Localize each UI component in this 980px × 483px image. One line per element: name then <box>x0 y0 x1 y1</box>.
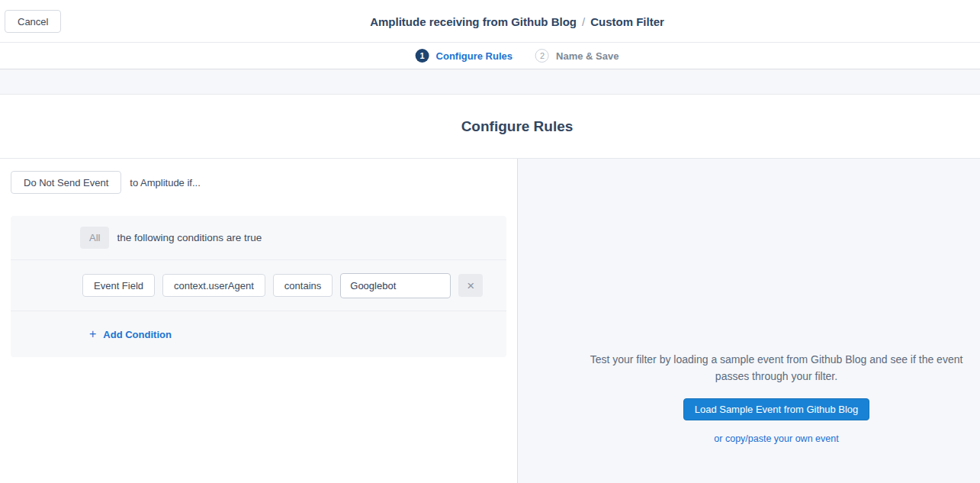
paste-own-event-link[interactable]: or copy/paste your own event <box>574 433 978 444</box>
add-condition-button[interactable]: + Add Condition <box>89 328 172 340</box>
condition-field-dropdown[interactable]: context.userAgent <box>162 274 265 297</box>
page-title: Configure Rules <box>461 118 574 135</box>
rule-builder-panel: Do Not Send Event to Amplitude if... All… <box>0 159 518 483</box>
step-2-number-badge: 2 <box>535 49 549 63</box>
step-indicator: 1 Configure Rules 2 Name & Save <box>0 43 980 69</box>
condition-group: All the following conditions are true Ev… <box>11 216 506 357</box>
step-1-label: Configure Rules <box>436 50 512 62</box>
condition-type-dropdown[interactable]: Event Field <box>82 274 155 297</box>
breadcrumb-separator: / <box>577 14 590 27</box>
remove-condition-button[interactable]: × <box>458 274 483 297</box>
filter-action-dropdown[interactable]: Do Not Send Event <box>11 171 121 194</box>
main-content: Do Not Send Event to Amplitude if... All… <box>0 159 980 483</box>
filter-action-row: Do Not Send Event to Amplitude if... <box>11 171 506 194</box>
cancel-button[interactable]: Cancel <box>5 10 61 33</box>
breadcrumb-connection-name: Amplitude receiving from Github Blog <box>370 14 577 27</box>
test-filter-description: Test your filter by loading a sample eve… <box>574 351 978 385</box>
add-condition-label: Add Condition <box>103 329 172 340</box>
test-filter-content: Test your filter by loading a sample eve… <box>574 351 978 444</box>
title-section: Configure Rules <box>0 95 980 159</box>
condition-operator-dropdown[interactable]: contains <box>273 274 333 297</box>
step-1-number-badge: 1 <box>416 49 429 63</box>
top-bar: Cancel Amplitude receiving from Github B… <box>0 0 980 43</box>
condition-group-header: All the following conditions are true <box>11 216 506 260</box>
step-name-and-save[interactable]: 2 Name & Save <box>535 49 619 63</box>
test-filter-panel: Test your filter by loading a sample eve… <box>518 159 980 483</box>
filter-action-suffix: to Amplitude if... <box>130 177 201 188</box>
step-2-label: Name & Save <box>556 50 619 62</box>
load-sample-event-button[interactable]: Load Sample Event from Github Blog <box>683 398 870 420</box>
group-operator-suffix: the following conditions are true <box>117 232 262 243</box>
close-icon: × <box>467 279 474 293</box>
group-operator-dropdown[interactable]: All <box>80 227 109 249</box>
plus-icon: + <box>89 328 96 340</box>
condition-value-input[interactable] <box>340 273 451 298</box>
breadcrumb: Amplitude receiving from Github Blog/Cus… <box>370 14 664 27</box>
breadcrumb-page-name: Custom Filter <box>590 14 664 27</box>
sub-header-band <box>0 69 980 95</box>
add-condition-row: + Add Condition <box>11 311 506 357</box>
step-configure-rules[interactable]: 1 Configure Rules <box>416 49 512 63</box>
condition-row: Event Field context.userAgent contains × <box>11 260 506 311</box>
